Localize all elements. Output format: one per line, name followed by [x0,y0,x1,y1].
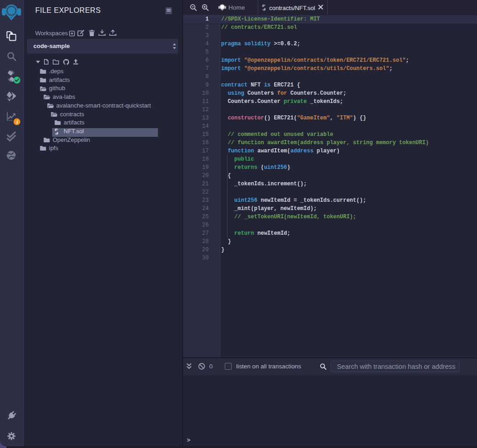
svg-text:1: 1 [16,119,18,124]
